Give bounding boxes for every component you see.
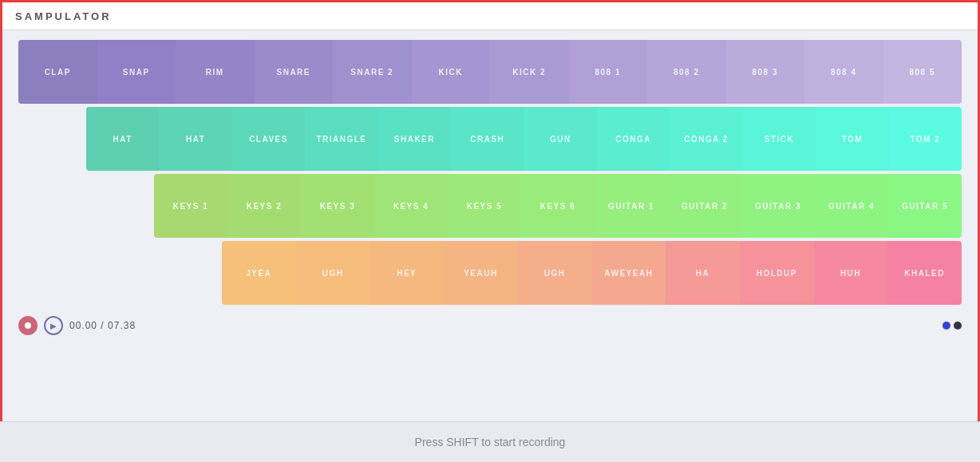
pad-row-keys: KEYS 1KEYS 2KEYS 3KEYS 4KEYS 5KEYS 6GUIT…: [154, 174, 962, 238]
pad-teal-12[interactable]: TOM 2: [889, 107, 962, 171]
pad-green-8[interactable]: GUITAR 2: [668, 174, 741, 238]
pad-green-6[interactable]: KEYS 6: [521, 174, 595, 238]
pad-orange-10[interactable]: KHALED: [887, 241, 962, 305]
pad-green-11[interactable]: GUITAR 5: [888, 174, 962, 238]
pad-purple-3[interactable]: RIM: [176, 40, 255, 104]
pad-purple-8[interactable]: 808 1: [569, 40, 648, 104]
pad-orange-8[interactable]: HOLDUP: [740, 241, 814, 305]
pad-teal-1[interactable]: HAT: [86, 107, 159, 171]
play-button[interactable]: ▶: [44, 316, 63, 335]
recording-indicator: [942, 322, 962, 330]
pad-teal-6[interactable]: CRASH: [451, 107, 524, 171]
play-icon: ▶: [50, 322, 57, 330]
pad-teal-10[interactable]: STICK: [743, 107, 816, 171]
pad-orange-5[interactable]: UGH: [518, 241, 592, 305]
pad-green-3[interactable]: KEYS 3: [301, 174, 374, 238]
pad-green-2[interactable]: KEYS 2: [227, 174, 301, 238]
pad-teal-5[interactable]: SHAKER: [378, 107, 451, 171]
pad-teal-9[interactable]: CONGA 2: [670, 107, 742, 171]
pad-teal-3[interactable]: CLAVES: [232, 107, 305, 171]
pad-purple-6[interactable]: KICK: [412, 40, 491, 104]
pad-purple-12[interactable]: 808 5: [883, 40, 962, 104]
main-content: CLAPSNAPRIMSNARESNARE 2KICKKICK 2808 180…: [2, 30, 978, 305]
pad-teal-7[interactable]: GUN: [524, 107, 597, 171]
time-display: 00.00 / 07.38: [69, 320, 136, 331]
pad-orange-7[interactable]: HA: [666, 241, 740, 305]
pad-teal-2[interactable]: HAT: [159, 107, 231, 171]
pad-orange-6[interactable]: AWEYEAH: [592, 241, 666, 305]
pad-green-1[interactable]: KEYS 1: [154, 174, 227, 238]
pad-green-10[interactable]: GUITAR 4: [815, 174, 888, 238]
pad-green-4[interactable]: KEYS 4: [374, 174, 448, 238]
pad-green-5[interactable]: KEYS 5: [448, 174, 521, 238]
pad-row-vocal: JYEAUGHHEYYEAUHUGHAWEYEAHHAHOLDUPHUHKHAL…: [222, 241, 962, 305]
pad-purple-2[interactable]: SNAP: [97, 40, 176, 104]
pad-teal-8[interactable]: CONGA: [597, 107, 670, 171]
record-icon: [25, 322, 31, 329]
pad-purple-1[interactable]: CLAP: [18, 40, 97, 104]
indicator-dot-active: [942, 322, 950, 330]
pad-teal-4[interactable]: TRIANGLE: [305, 107, 377, 171]
pad-purple-11[interactable]: 808 4: [804, 40, 883, 104]
bottom-bar: Press SHIFT to start recording: [0, 421, 980, 462]
pad-orange-2[interactable]: UGH: [296, 241, 370, 305]
app-title: SAMPULATOR: [15, 10, 112, 22]
hint-text: Press SHIFT to start recording: [415, 436, 566, 448]
pad-purple-10[interactable]: 808 3: [726, 40, 805, 104]
pad-green-9[interactable]: GUITAR 3: [741, 174, 815, 238]
header: SAMPULATOR: [2, 2, 978, 30]
pad-orange-3[interactable]: HEY: [369, 241, 444, 305]
pad-purple-4[interactable]: SNARE: [255, 40, 334, 104]
transport-bar: ▶ 00.00 / 07.38: [2, 308, 978, 343]
pad-orange-9[interactable]: HUH: [814, 241, 888, 305]
pad-row-hats: HATHATCLAVESTRIANGLESHAKERCRASHGUNCONGAC…: [86, 107, 962, 171]
pad-green-7[interactable]: GUITAR 1: [595, 174, 668, 238]
record-button[interactable]: [18, 316, 38, 335]
pad-teal-11[interactable]: TOM: [816, 107, 888, 171]
indicator-dot-inactive: [954, 322, 962, 330]
pad-purple-7[interactable]: KICK 2: [490, 40, 569, 104]
pad-purple-9[interactable]: 808 2: [647, 40, 726, 104]
pad-orange-1[interactable]: JYEA: [222, 241, 296, 305]
pad-orange-4[interactable]: YEAUH: [444, 241, 518, 305]
pad-row-percussion: CLAPSNAPRIMSNARESNARE 2KICKKICK 2808 180…: [18, 40, 962, 104]
pad-purple-5[interactable]: SNARE 2: [333, 40, 412, 104]
